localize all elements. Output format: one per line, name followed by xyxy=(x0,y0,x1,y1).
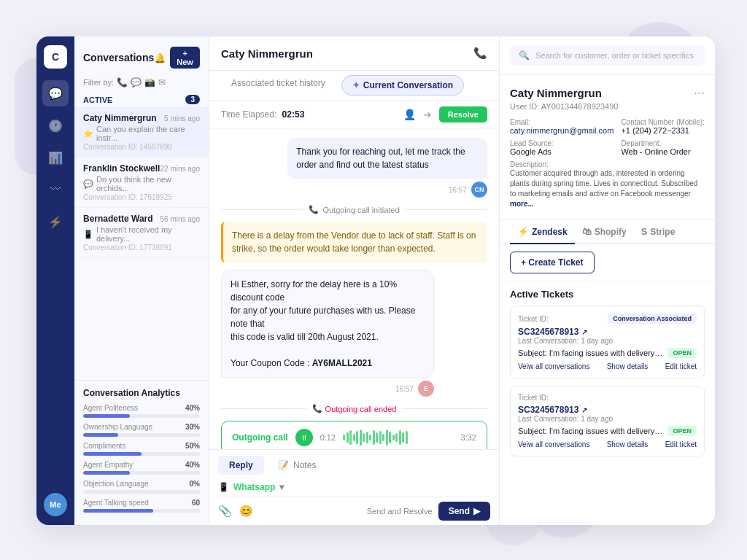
message-incoming: Hi Esther, sorry for the delay here is a… xyxy=(221,270,434,397)
view-all-conversations-link[interactable]: Veiw all conversations xyxy=(518,362,589,370)
reply-bar: Reply 📝 Notes 📱 Whatsapp ▾ 📎 😊 xyxy=(209,449,499,525)
tickets-area: Active Tickets Ticket ID: Conversation A… xyxy=(500,281,715,525)
system-divider-initiated: 📞 Outgoing call initiated xyxy=(221,205,487,214)
analytics-talking-speed: Agent Talking speed 60 xyxy=(83,499,200,513)
emoji-icon[interactable]: 😊 xyxy=(239,505,253,518)
notification-icon[interactable]: 🔔 xyxy=(154,52,166,63)
list-item[interactable]: Bernadette Ward 56 mins ago 📱 I haven't … xyxy=(74,208,209,258)
show-details-link[interactable]: Show details xyxy=(607,440,649,448)
chat-messages: Thank you for reaching out, let me track… xyxy=(209,129,499,449)
arrow-icon[interactable]: ➜ xyxy=(423,109,432,120)
list-item[interactable]: Franklin Stockwell 22 mins ago 💬 Do you … xyxy=(74,158,209,208)
attachment-icon[interactable]: 📎 xyxy=(218,505,232,518)
active-count-badge: 3 xyxy=(185,95,200,104)
nav-clock[interactable]: 🕐 xyxy=(42,112,69,139)
nav-analytics[interactable]: 〰 xyxy=(42,176,69,203)
tab-reply[interactable]: Reply xyxy=(218,456,264,475)
shopify-icon: 🛍 xyxy=(582,226,592,237)
analytics-label: Agent Politeness xyxy=(83,404,138,412)
search-bar[interactable]: 🔍 Search for customer, order or ticket s… xyxy=(510,45,705,66)
analytics-agent-politeness: Agent Politeness 40% xyxy=(83,404,200,418)
email-filter-icon[interactable]: ✉ xyxy=(158,77,166,88)
active-tickets-title: Active Tickets xyxy=(510,289,705,300)
phone-filter-icon[interactable]: 📞 xyxy=(117,77,128,88)
tab-current-conversation[interactable]: ✦ Current Conversation xyxy=(341,75,464,96)
send-resolve-button[interactable]: Send and Resolve xyxy=(367,507,433,516)
edit-ticket-link[interactable]: Edit ticket xyxy=(665,362,697,370)
chat-filter-icon[interactable]: 💬 xyxy=(131,77,142,88)
filter-row: Filter by: 📞 💬 📸 ✉ xyxy=(74,74,209,92)
edit-ticket-link[interactable]: Edit ticket xyxy=(665,440,697,448)
chat-contact-name: Caty Nimmergrun xyxy=(221,47,313,60)
ticket-header: Ticket ID: Conversation Associated xyxy=(518,314,697,324)
chat-tabs: Associated ticket history ✦ Current Conv… xyxy=(209,71,499,101)
customer-name-row: Caty Nimmergrun ··· xyxy=(510,85,705,101)
chat-header: Caty Nimmergrun 📞 xyxy=(209,36,499,71)
phone-icon[interactable]: 📞 xyxy=(473,47,487,60)
analytics-ownership: Ownership Language 30% xyxy=(83,423,200,437)
analytics-value: 50% xyxy=(185,442,200,450)
ticket-actions: Veiw all conversations Show details Edit… xyxy=(518,362,697,370)
progress-bar xyxy=(83,433,118,437)
ticket-id-value: SC3245678913 ↗ xyxy=(518,327,697,337)
coupon-code: AY6MALL2021 xyxy=(312,358,372,368)
external-link-icon[interactable]: ↗ xyxy=(581,406,587,414)
app-window: C 💬 🕐 📊 〰 ⚡ Me Conversations 🔔 + New Fil… xyxy=(36,36,715,525)
create-ticket-button[interactable]: + Create Ticket xyxy=(510,252,595,273)
tab-shopify[interactable]: 🛍 Shopify xyxy=(575,220,634,244)
search-icon: 🔍 xyxy=(519,50,530,61)
customer-name: Caty Nimmergrun xyxy=(510,87,602,99)
message-bubble: Thank you for reaching out, let me track… xyxy=(287,138,487,179)
more-options-button[interactable]: ··· xyxy=(694,85,705,101)
send-button[interactable]: Send ▶ xyxy=(438,502,490,521)
progress-bar xyxy=(83,414,130,418)
icon-sidebar: C 💬 🕐 📊 〰 ⚡ Me xyxy=(36,36,74,525)
tab-associated-history[interactable]: Associated ticket history xyxy=(221,71,336,100)
divider-line xyxy=(406,209,487,210)
conv-preview: 💬 Do you think the new orchids... xyxy=(83,175,200,192)
new-conversation-button[interactable]: + New xyxy=(170,47,200,69)
conv-id: Conversation ID: 17738891 xyxy=(83,244,200,252)
email-field: Email: caty.nimmergrun@gmail.com xyxy=(510,118,614,135)
analytics-value: 60 xyxy=(192,499,200,507)
department-field: Department: Web - Online Order xyxy=(621,139,705,156)
show-details-link[interactable]: Show details xyxy=(607,362,649,370)
ticket-card: Ticket ID: SC3245678913 ↗ Last Conversat… xyxy=(510,386,705,456)
list-item[interactable]: Caty Nimmergrun 5 mins ago ⭐ Can you exp… xyxy=(74,107,209,158)
tab-stripe[interactable]: S Stripe xyxy=(634,220,683,244)
call-ended-icon: 📞 xyxy=(312,404,322,413)
call-waveform xyxy=(343,429,453,446)
preview-icon: 💬 xyxy=(83,179,93,189)
ticket-card: Ticket ID: Conversation Associated SC324… xyxy=(510,306,705,378)
ticket-status-badge: OPEN xyxy=(667,348,697,358)
channel-selector[interactable]: 📱 Whatsapp ▾ xyxy=(218,479,490,497)
dropdown-arrow[interactable]: ▾ xyxy=(279,482,284,492)
resolve-button[interactable]: Resolve xyxy=(439,106,487,122)
progress-bar xyxy=(83,452,142,456)
ticket-last-conv: Last Conversation: 1 day ago xyxy=(518,415,697,423)
view-all-conversations-link[interactable]: Veiw all conversations xyxy=(518,440,589,448)
analytics-label: Objection Language xyxy=(83,480,149,488)
nav-chart[interactable]: 📊 xyxy=(42,144,69,171)
create-ticket-area: + Create Ticket xyxy=(500,244,715,281)
conversations-list: Caty Nimmergrun 5 mins ago ⭐ Can you exp… xyxy=(74,107,209,380)
lead-source-field: Lead Source: Google Ads xyxy=(510,139,614,156)
nav-lightning[interactable]: ⚡ xyxy=(42,209,69,235)
tab-notes[interactable]: 📝 Notes xyxy=(267,456,328,475)
ticket-id-value: SC3245678913 ↗ xyxy=(518,405,697,415)
nav-chat[interactable]: 💬 xyxy=(42,80,69,106)
external-link-icon[interactable]: ↗ xyxy=(581,328,587,336)
instagram-filter-icon[interactable]: 📸 xyxy=(144,77,155,88)
analytics-title: Conversation Analytics xyxy=(83,388,200,398)
user-avatar[interactable]: Me xyxy=(44,493,67,516)
divider-line xyxy=(221,209,303,210)
user-icon[interactable]: 👤 xyxy=(403,109,416,120)
system-label: 📞 Outgoing call ended xyxy=(312,404,397,413)
call-pause-button[interactable]: ⏸ xyxy=(295,429,313,446)
tab-zendesk[interactable]: ⚡ Zendesk xyxy=(510,220,575,244)
more-link[interactable]: more... xyxy=(510,200,534,208)
call-label: Outgoing call xyxy=(232,432,288,443)
conversations-title: Conversations xyxy=(83,52,154,63)
message-meta: 16:57 CN xyxy=(287,182,487,198)
description-field: Description: Customer acquired through a… xyxy=(510,160,705,209)
